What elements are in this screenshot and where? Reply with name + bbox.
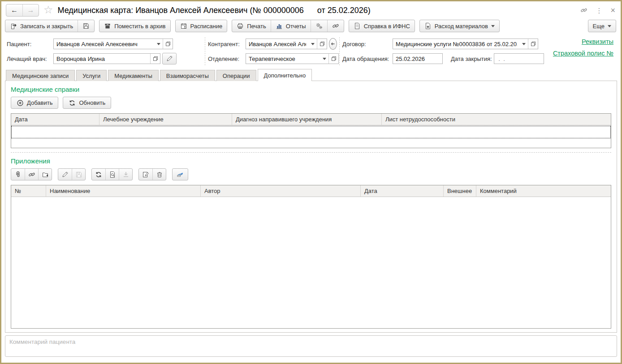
add-from-folder-button[interactable] <box>38 169 52 180</box>
counterparty-dropdown-button[interactable] <box>309 39 317 49</box>
selected-empty-row[interactable] <box>11 126 611 138</box>
refresh-certificates-button[interactable]: Обновить <box>63 97 111 109</box>
menu-kebab-icon[interactable]: ⋮ <box>596 7 602 14</box>
patient-dropdown-button[interactable] <box>155 39 163 49</box>
download-icon <box>122 171 130 178</box>
save-close-icon <box>10 22 17 30</box>
favorite-star-icon[interactable]: ☆ <box>43 4 53 15</box>
requisites-link[interactable]: Реквизиты <box>582 38 613 45</box>
save-icon <box>75 171 82 178</box>
attachments-table-empty-area[interactable] <box>11 197 611 328</box>
print-button[interactable]: Печать <box>232 20 271 32</box>
contract-open-button[interactable] <box>528 39 538 49</box>
printer-icon <box>237 22 244 30</box>
close-date-input[interactable] <box>494 54 544 64</box>
column-header-external[interactable]: Внешнее <box>444 185 476 197</box>
column-header-comment[interactable]: Комментарий <box>476 185 611 197</box>
dates-row: Дата обращения: Дата закрытия: <box>342 53 539 64</box>
section-separator <box>11 152 611 153</box>
chain-link-icon <box>332 22 339 30</box>
save-and-close-button[interactable]: Записать и закрыть <box>5 20 78 32</box>
counterparty-input[interactable] <box>246 39 309 49</box>
linked-docs-button[interactable] <box>327 20 344 32</box>
forward-button[interactable]: → <box>22 4 39 16</box>
patient-open-button[interactable] <box>163 39 173 49</box>
back-button[interactable]: ← <box>6 4 22 16</box>
visit-date-input[interactable] <box>393 54 442 64</box>
link-icon[interactable] <box>580 7 587 14</box>
archive-button[interactable]: Поместить в архив <box>99 20 170 32</box>
tab-services[interactable]: Услуги <box>76 70 107 81</box>
document-icon <box>354 22 361 30</box>
dropdown-caret-icon <box>608 25 611 29</box>
certificates-table-empty-area[interactable] <box>11 138 611 148</box>
insurance-policy-link[interactable]: Страховой полис № <box>553 50 613 57</box>
contract-row: Договор: <box>342 38 539 50</box>
column-header-author[interactable]: Автор <box>201 185 361 197</box>
attachments-toolbar <box>11 168 611 180</box>
attachments-heading: Приложения <box>11 157 611 165</box>
doctor-label: Лечащий врач: <box>7 56 52 62</box>
contract-label: Договор: <box>342 41 391 47</box>
fill-from-patient-button[interactable] <box>329 38 337 50</box>
materials-button[interactable]: Расход материалов <box>420 20 499 32</box>
contract-input[interactable] <box>393 39 520 49</box>
more-label: Еще <box>593 23 605 30</box>
tab-settlements[interactable]: Взаиморасчеты <box>160 70 215 81</box>
doctor-edit-button[interactable] <box>162 53 177 64</box>
attach-file-button[interactable] <box>11 169 25 180</box>
reports-button[interactable]: Отчеты <box>271 20 311 32</box>
patient-input[interactable] <box>54 39 155 49</box>
patient-label: Пациент: <box>7 41 52 47</box>
open-form-icon <box>165 41 171 47</box>
close-icon[interactable]: × <box>610 6 615 14</box>
attach-link-button[interactable] <box>25 169 38 180</box>
column-header-number[interactable]: № <box>11 185 46 197</box>
column-header-date[interactable]: Дата <box>361 185 444 197</box>
refresh-attachments-button[interactable] <box>92 169 105 180</box>
department-dropdown-button[interactable] <box>320 54 328 64</box>
preview-attachment-button[interactable] <box>105 169 119 180</box>
tab-medical-records[interactable]: Медицинские записи <box>6 70 75 81</box>
column-header-sick-leave[interactable]: Лист нетрудоспособности <box>382 114 611 125</box>
edit-attachment-button[interactable] <box>58 169 72 180</box>
patient-comment-input[interactable] <box>5 335 617 357</box>
save-attachment-button[interactable] <box>72 169 85 180</box>
save-button[interactable] <box>78 20 94 32</box>
dropdown-caret-icon <box>522 43 526 47</box>
contract-column: Договор: Дата обращения: Дата закрытия: <box>339 37 542 65</box>
doctor-input[interactable] <box>54 54 150 64</box>
column-header-diagnosis[interactable]: Диагноз направившего учреждения <box>232 114 382 125</box>
ifns-certificate-button[interactable]: Справка в ИФНС <box>349 20 415 32</box>
patient-combo <box>53 39 173 49</box>
tab-medicaments[interactable]: Медикаменты <box>108 70 159 81</box>
tab-additional[interactable]: Дополнительно <box>258 69 312 81</box>
department-input[interactable] <box>246 54 320 64</box>
additional-tab-panel: Медицинские справки Добавить Обновить Да… <box>5 81 617 333</box>
column-header-institution[interactable]: Лечебное учреждение <box>99 114 232 125</box>
contract-dropdown-button[interactable] <box>520 39 528 49</box>
visit-date-label: Дата обращения: <box>342 56 391 62</box>
more-button[interactable]: Еще <box>588 20 616 32</box>
edit-card-button[interactable] <box>139 169 152 180</box>
pencil-icon <box>166 55 173 62</box>
column-header-date[interactable]: Дата <box>11 114 99 125</box>
department-label: Отделение: <box>208 56 244 62</box>
scan-button[interactable] <box>173 169 188 180</box>
delete-attachment-button[interactable] <box>152 169 166 180</box>
add-certificate-button[interactable]: Добавить <box>11 97 58 109</box>
download-attachment-button[interactable] <box>119 169 132 180</box>
history-nav: ← → <box>6 4 39 17</box>
schedule-button[interactable]: Расписание <box>176 20 227 32</box>
doctor-open-button[interactable] <box>150 54 160 64</box>
column-header-name[interactable]: Наименование <box>46 185 201 197</box>
tab-operations[interactable]: Операции <box>216 70 256 81</box>
department-row: Отделение: <box>208 53 337 64</box>
title-actions: ⋮ × <box>580 6 615 14</box>
print-label: Печать <box>247 23 266 30</box>
department-open-button[interactable] <box>328 54 338 64</box>
save-icon <box>82 22 90 30</box>
counterparty-open-button[interactable] <box>317 39 327 49</box>
settings-gears-button[interactable] <box>311 20 327 32</box>
links-column: Реквизиты Страховой полис № <box>542 37 616 65</box>
